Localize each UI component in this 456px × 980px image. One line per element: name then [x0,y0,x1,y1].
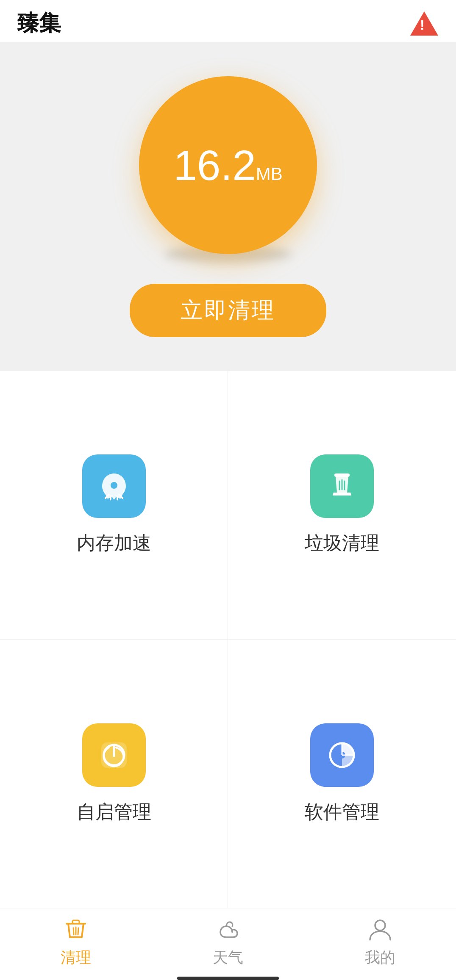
software-mgmt-label: 软件管理 [305,800,379,825]
nav-indicator [177,977,279,980]
trash-clean-label: 垃圾清理 [305,531,379,556]
nav-item-weather[interactable]: 天气 [152,916,304,968]
storage-display: 16.2MB [173,144,283,186]
header: 臻集 [0,0,456,42]
mine-nav-icon [367,916,394,943]
hero-section: 16.2MB 立即清理 [0,42,456,371]
clean-now-button[interactable]: 立即清理 [130,284,326,337]
svg-rect-6 [72,920,79,924]
svg-rect-1 [334,473,350,477]
storage-value: 16.2 [173,141,256,189]
storage-circle-container: 16.2MB [139,76,317,263]
autostart-icon-bg [82,723,146,787]
weather-nav-icon [214,916,242,943]
rocket-icon [97,469,131,503]
nav-item-clean[interactable]: 清理 [0,916,152,968]
autostart-item[interactable]: 自启管理 [0,639,228,908]
power-icon [97,738,131,772]
memory-icon-bg [82,454,146,518]
clean-nav-icon [62,916,89,943]
svg-point-7 [375,920,385,930]
nav-mine-label: 我的 [365,947,395,968]
software-icon-bg [310,723,374,787]
pie-chart-icon [325,738,359,772]
memory-boost-label: 内存加速 [77,531,151,556]
warning-triangle-icon [410,11,438,36]
alert-button[interactable] [409,8,439,38]
app-title: 臻集 [17,8,61,38]
software-mgmt-item[interactable]: 软件管理 [228,639,456,908]
feature-grid: 内存加速 垃圾清理 自启管理 [0,371,456,908]
autostart-label: 自启管理 [77,800,151,825]
storage-circle: 16.2MB [139,76,317,254]
svg-point-0 [111,482,117,489]
broom-icon [325,469,359,503]
nav-item-mine[interactable]: 我的 [304,916,456,968]
trash-clean-item[interactable]: 垃圾清理 [228,371,456,639]
nav-weather-label: 天气 [213,947,243,968]
memory-boost-item[interactable]: 内存加速 [0,371,228,639]
bottom-navigation: 清理 天气 我的 [0,908,456,980]
trash-icon-bg [310,454,374,518]
nav-clean-label: 清理 [61,947,91,968]
storage-unit: MB [256,164,283,184]
